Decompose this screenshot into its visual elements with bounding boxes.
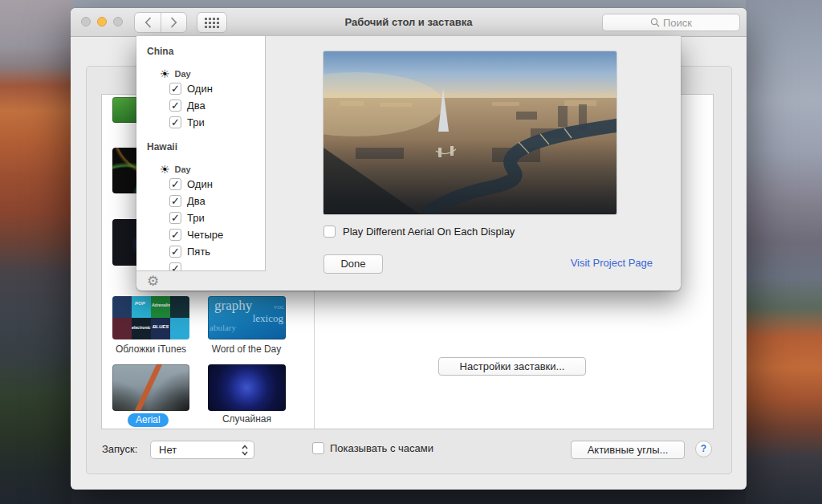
stepper-icon <box>241 443 249 460</box>
day-group-label: Day <box>175 165 191 174</box>
video-label: Три <box>187 212 205 224</box>
video-row-clipped <box>169 262 265 271</box>
play-different-checkbox[interactable] <box>324 226 336 238</box>
video-checkbox-hawaii-3[interactable] <box>169 212 181 224</box>
aerial-preview-image <box>324 51 616 214</box>
video-checkbox-china-2[interactable] <box>169 100 181 112</box>
start-after-select[interactable]: Нет <box>150 441 254 459</box>
visit-project-page-link[interactable]: Visit Project Page <box>571 257 653 269</box>
video-row: Четыре <box>169 229 265 241</box>
show-all-button[interactable] <box>197 12 227 33</box>
screensaver-thumb-word-of-day[interactable]: graphy voc lexicog abulary <box>208 296 286 339</box>
itunes-tile-text: BLUES <box>153 324 169 329</box>
show-all-grid-icon <box>205 18 219 28</box>
video-label: Два <box>187 195 206 207</box>
video-row: Два <box>169 195 265 207</box>
start-after-label: Запуск: <box>102 443 137 455</box>
desktop-wallpaper-left <box>0 0 71 504</box>
video-row: Пять <box>169 246 265 258</box>
wotd-text: abulary <box>210 323 236 332</box>
aerial-options-sheet: China ☀ Day Один Два Три Hawaii ☀ Day <box>136 36 681 291</box>
video-checkbox-hawaii-1[interactable] <box>169 178 181 190</box>
search-field[interactable]: Поиск <box>602 14 740 31</box>
back-button[interactable] <box>135 13 161 32</box>
bottom-bar: Запуск: Нет Показывать с часами Активные… <box>87 430 731 474</box>
day-group-label: Day <box>175 69 191 79</box>
forward-icon <box>170 17 177 28</box>
screensaver-thumb-aerial[interactable] <box>112 364 189 411</box>
video-checkbox-china-3[interactable] <box>169 116 181 128</box>
itunes-tile-text: Adrenaline <box>152 303 173 307</box>
back-icon <box>144 17 152 28</box>
screensaver-options-button[interactable]: Настройки заставки... <box>438 357 586 376</box>
video-row: Два <box>169 100 265 112</box>
aerial-video-list[interactable]: China ☀ Day Один Два Три Hawaii ☀ Day <box>136 36 266 271</box>
itunes-tile-text: electronic <box>132 325 151 330</box>
screensaver-label-word-of-day: Word of the Day <box>208 343 285 355</box>
screensaver-thumb-itunes[interactable]: POP Adrenaline electronic BLUES <box>112 296 189 339</box>
screensaver-label-random: Случайная <box>208 413 286 425</box>
wotd-text: lexicog <box>253 312 283 325</box>
nav-segment <box>134 12 187 33</box>
minimize-button[interactable] <box>97 17 107 26</box>
help-button[interactable]: ? <box>695 441 712 457</box>
desktop-wallpaper-right <box>746 0 822 504</box>
search-placeholder: Поиск <box>663 17 692 29</box>
done-button[interactable]: Done <box>324 254 383 274</box>
show-clock-row[interactable]: Показывать с часами <box>312 442 433 454</box>
desktop: Рабочий стол и заставка Поиск Ke <box>0 0 822 504</box>
traffic-lights <box>81 17 123 26</box>
video-row: Три <box>169 212 265 224</box>
play-different-row[interactable]: Play Different Aerial On Each Display <box>324 226 515 238</box>
forward-button[interactable] <box>161 13 186 32</box>
video-checkbox-china-1[interactable] <box>169 83 181 95</box>
video-checkbox-hawaii-2[interactable] <box>169 195 181 207</box>
close-button[interactable] <box>81 17 91 26</box>
section-title-hawaii: Hawaii <box>147 141 265 152</box>
screensaver-thumb-random[interactable] <box>208 364 286 411</box>
start-after-value: Нет <box>159 444 177 456</box>
screensaver-label-itunes: Обложки iTunes <box>112 343 189 355</box>
gear-icon[interactable]: ⚙ <box>147 273 159 289</box>
video-checkbox-hawaii-4[interactable] <box>169 229 181 241</box>
sun-icon: ☀ <box>160 164 170 175</box>
section-title-china: China <box>147 46 265 57</box>
video-checkbox-clipped[interactable] <box>169 262 181 271</box>
video-checkbox-hawaii-5[interactable] <box>169 246 181 258</box>
search-icon <box>650 18 660 27</box>
itunes-tile-text: POP <box>135 301 145 306</box>
video-row: Один <box>169 83 265 95</box>
video-label: Пять <box>187 246 210 258</box>
china-day-group: ☀ Day <box>160 68 265 79</box>
show-clock-label: Показывать с часами <box>330 442 433 454</box>
screensaver-label-aerial-selected: Aerial <box>128 413 169 427</box>
video-label: Один <box>187 178 213 190</box>
show-clock-checkbox[interactable] <box>312 442 324 454</box>
window-titlebar[interactable]: Рабочий стол и заставка Поиск <box>71 8 747 37</box>
wotd-text: voc <box>274 303 284 311</box>
video-label: Четыре <box>187 229 223 241</box>
video-label: Три <box>187 116 205 128</box>
play-different-label: Play Different Aerial On Each Display <box>343 226 515 238</box>
hawaii-day-group: ☀ Day <box>160 164 265 175</box>
video-row: Один <box>169 178 265 190</box>
zoom-button[interactable] <box>113 17 123 26</box>
video-label: Один <box>187 83 213 95</box>
itunes-collage: POP Adrenaline electronic BLUES <box>112 296 189 339</box>
wotd-text: graphy <box>214 298 252 314</box>
hot-corners-button[interactable]: Активные углы... <box>571 441 685 459</box>
sun-icon: ☀ <box>160 68 170 79</box>
video-label: Два <box>187 100 206 112</box>
video-row: Три <box>169 116 265 128</box>
